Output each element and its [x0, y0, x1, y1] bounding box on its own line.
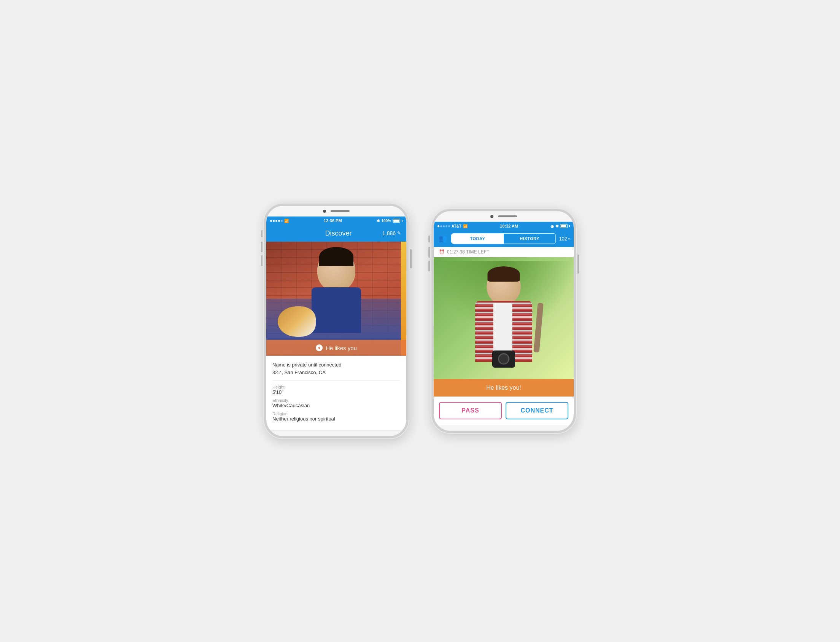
status-bar-1: 📶 12:36 PM ✱ 100% [266, 217, 406, 225]
wifi-icon-2: 📶 [463, 224, 468, 229]
time-display-1: 12:36 PM [324, 219, 342, 223]
tab-today[interactable]: TODAY [452, 233, 504, 243]
height-value: 5'10" [272, 389, 400, 395]
action-buttons: PASS CONNECT [434, 397, 574, 425]
signal-dot [275, 220, 277, 222]
divider-1 [272, 381, 400, 381]
phone-1-frame: 📶 12:36 PM ✱ 100% Discover 1,886 ✎ [264, 204, 409, 438]
phone-2-top-hardware [434, 211, 574, 222]
battery-tip-2 [569, 225, 570, 227]
location-icon-2: ◕ [550, 224, 554, 229]
leaf-icon: ▪ [568, 236, 570, 241]
likes-text-1: He likes you [326, 345, 357, 351]
phone-1-bottom [266, 430, 406, 436]
battery-icon-1 [393, 219, 400, 223]
phone-2: AT&T 📶 10:32 AM ◕ ✱ 👥 TODAY HISTORY 102 [431, 209, 576, 433]
battery-fill-2 [561, 225, 566, 227]
ethnicity-row: Ethnicity White/Caucasian [272, 398, 400, 409]
camera-lens [498, 353, 510, 365]
private-name-text: Name is private until connected [272, 361, 400, 369]
earpiece-speaker-2 [498, 216, 517, 217]
signal-dot [437, 225, 439, 227]
status-bar-2: AT&T 📶 10:32 AM ◕ ✱ [434, 222, 574, 230]
profile-details-1: Name is private until connected 32♂, San… [266, 356, 406, 430]
likes-banner-2: He likes you! [434, 379, 574, 397]
nav-bar-2: 👥 TODAY HISTORY 102 ▪ [434, 230, 574, 247]
body-shape [312, 287, 361, 333]
volume-down-button [261, 255, 262, 266]
connect-button[interactable]: CONNECT [506, 402, 568, 419]
signal-dot-empty [448, 225, 450, 227]
signal-dot-empty [443, 225, 445, 227]
badge-count-1: 1,886 [382, 230, 396, 236]
age-location-text: 32♂, San Francisco, CA [272, 369, 400, 376]
signal-dot [273, 220, 275, 222]
white-shirt-2 [494, 303, 513, 356]
height-label: Height [272, 385, 400, 389]
front-camera [323, 210, 326, 213]
likes-text-2: He likes you! [486, 384, 521, 391]
screen-title-1: Discover [325, 229, 351, 237]
clock-icon: ⏰ [439, 249, 445, 255]
bluetooth-icon-1: ✱ [377, 219, 380, 223]
status-right-1: ✱ 100% [377, 219, 403, 223]
side-color-accent [401, 242, 406, 356]
nav-badge-1: 1,886 ✎ [382, 230, 401, 236]
phone-1-top-hardware [266, 206, 406, 217]
ethnicity-label: Ethnicity [272, 398, 400, 403]
signal-dot-empty [445, 225, 447, 227]
carrier-name-2: AT&T [452, 224, 461, 229]
add-user-icon[interactable]: 👥 [437, 234, 448, 243]
wifi-icon-1: 📶 [284, 219, 289, 223]
count-text-2: 102 [559, 236, 567, 242]
front-camera-2 [490, 215, 494, 218]
signal-dot-empty [281, 220, 283, 222]
signal-dot-empty [440, 225, 442, 227]
hair-shape-2 [488, 266, 520, 282]
tab-history[interactable]: HISTORY [504, 233, 556, 243]
phone-1: 📶 12:36 PM ✱ 100% Discover 1,886 ✎ [264, 204, 409, 438]
battery-icon-2 [560, 224, 568, 228]
profile-name-location: Name is private until connected 32♂, San… [272, 361, 400, 376]
heart-icon-1: ♥ [316, 344, 323, 351]
pass-button[interactable]: PASS [439, 402, 502, 419]
earpiece-speaker [330, 210, 350, 212]
religion-label: Religion [272, 412, 400, 416]
religion-value: Neither religious nor spiritual [272, 416, 400, 422]
nav-bar-1: Discover 1,886 ✎ [266, 225, 406, 242]
mute-button-2 [428, 235, 430, 242]
status-left-1: 📶 [270, 219, 289, 223]
profile-image-1: ♥ He likes you [266, 242, 406, 356]
dog-shape [278, 306, 316, 337]
ethnicity-value: White/Caucasian [272, 403, 400, 409]
religion-row: Religion Neither religious nor spiritual [272, 412, 400, 422]
time-display-2: 10:32 AM [500, 224, 518, 229]
profile-photo-man-dog [266, 242, 406, 356]
status-left-2: AT&T 📶 [437, 224, 468, 229]
power-button-2 [578, 255, 579, 274]
pencil-icon-1: ✎ [397, 230, 401, 236]
signal-dot [270, 220, 272, 222]
signal-strength-1 [270, 220, 283, 222]
height-row: Height 5'10" [272, 385, 400, 395]
badge-count-2: 102 ▪ [559, 236, 570, 242]
volume-up-button-2 [428, 247, 430, 258]
mute-button [261, 230, 262, 237]
status-right-2: ◕ ✱ [550, 224, 570, 229]
profile-image-2 [434, 257, 574, 379]
bluetooth-icon-2: ✱ [555, 224, 558, 229]
signal-dot [278, 220, 280, 222]
tab-switcher: TODAY HISTORY [451, 233, 556, 244]
battery-tip-1 [402, 220, 403, 222]
volume-up-button [261, 242, 262, 252]
volume-down-button-2 [428, 261, 430, 271]
hair-shape [319, 247, 353, 266]
time-left-bar: ⏰ 01:27:38 TIME LEFT [434, 247, 574, 257]
battery-percent-1: 100% [381, 219, 391, 223]
phone-2-bottom [434, 425, 574, 431]
likes-banner-1: ♥ He likes you [266, 340, 406, 356]
battery-fill-1 [393, 220, 400, 222]
signal-strength-2 [437, 225, 450, 227]
time-left-text: 01:27:38 TIME LEFT [447, 249, 489, 255]
phone-2-frame: AT&T 📶 10:32 AM ◕ ✱ 👥 TODAY HISTORY 102 [431, 209, 576, 433]
